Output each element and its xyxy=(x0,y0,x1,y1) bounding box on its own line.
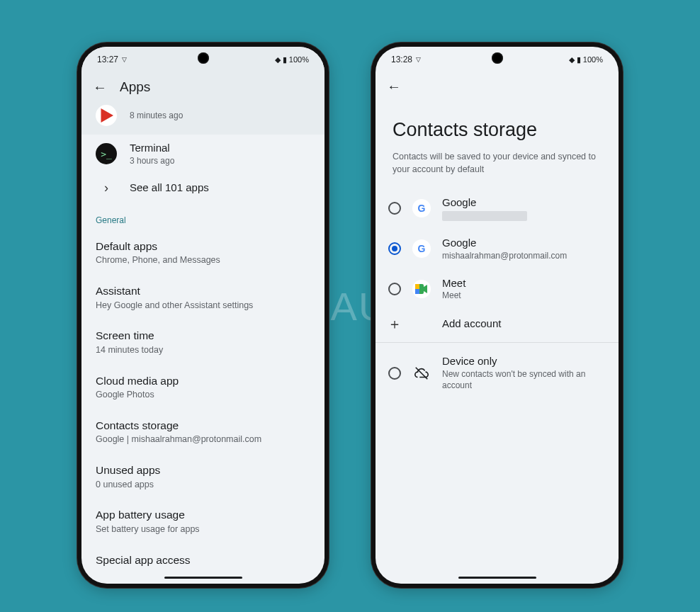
option-sub: New contacts won't be synced with an acc… xyxy=(442,368,606,391)
setting-sub: Set battery usage for apps xyxy=(96,523,310,536)
page-description: Contacts will be saved to your device an… xyxy=(376,151,619,188)
setting-sub: Chrome, Phone, and Messages xyxy=(96,254,310,266)
option-sub: mishaalrahman@protonmail.com xyxy=(442,250,567,261)
section-general: General xyxy=(81,203,324,231)
battery-percent: 100% xyxy=(583,55,603,64)
setting-contacts-storage[interactable]: Contacts storage Google | mishaalrahman@… xyxy=(81,410,324,455)
setting-sub: 14 minutes today xyxy=(96,344,310,356)
page-title: Contacts storage xyxy=(376,98,619,151)
phone-right: 13:28 ▽ ◆ ▮ 100% ← Contacts storage Cont… xyxy=(371,42,623,588)
radio-button-checked[interactable] xyxy=(388,242,401,255)
app-bar: ← Apps xyxy=(81,72,324,105)
setting-title: Default apps xyxy=(96,239,310,253)
setting-sub: Google Photos xyxy=(96,389,310,401)
redacted-email xyxy=(442,211,527,221)
setting-app-battery[interactable]: App battery usage Set battery usage for … xyxy=(81,499,324,544)
gesture-bar[interactable] xyxy=(458,577,536,579)
storage-option-google-1[interactable]: G Google xyxy=(376,188,619,229)
setting-special-access[interactable]: Special app access xyxy=(81,545,324,577)
wifi-icon: ◆ xyxy=(275,55,281,64)
battery-percent: 100% xyxy=(289,55,309,64)
app-bar: ← xyxy=(376,72,619,98)
setting-title: Assistant xyxy=(96,284,310,298)
gesture-bar[interactable] xyxy=(164,577,242,579)
setting-title: Cloud media app xyxy=(96,374,310,387)
svg-rect-1 xyxy=(415,284,419,289)
setting-title: Contacts storage xyxy=(96,419,310,432)
phone-left: 13:27 ▽ ◆ ▮ 100% ← Apps xyxy=(77,42,329,588)
option-title: Google xyxy=(442,237,567,250)
add-account-label: Add account xyxy=(442,317,501,331)
setting-default-apps[interactable]: Default apps Chrome, Phone, and Messages xyxy=(81,231,324,276)
setting-unused-apps[interactable]: Unused apps 0 unused apps xyxy=(81,455,324,499)
page-title: Apps xyxy=(120,79,150,95)
google-icon: G xyxy=(412,239,431,258)
wifi-icon: ◆ xyxy=(569,55,575,64)
storage-option-device-only[interactable]: Device only New contacts won't be synced… xyxy=(376,347,619,399)
setting-title: Unused apps xyxy=(96,463,310,477)
add-account-button[interactable]: ＋ Add account xyxy=(376,310,619,339)
radio-button[interactable] xyxy=(388,367,401,380)
meet-icon xyxy=(412,280,431,298)
camera-cutout xyxy=(492,52,503,64)
setting-title: App battery usage xyxy=(96,508,310,521)
terminal-icon: >_ xyxy=(96,143,117,164)
divider xyxy=(376,342,619,343)
option-title: Google xyxy=(442,196,527,210)
see-all-label: See all 101 apps xyxy=(130,181,209,195)
recent-app-item[interactable]: 8 minutes ago xyxy=(81,105,324,135)
chevron-right-icon: › xyxy=(96,181,117,196)
google-icon: G xyxy=(412,199,431,217)
recent-app-sub: 8 minutes ago xyxy=(130,110,183,121)
setting-assistant[interactable]: Assistant Hey Google and other Assistant… xyxy=(81,276,324,320)
vpn-icon: ▽ xyxy=(122,56,127,63)
setting-sub: 0 unused apps xyxy=(96,479,310,491)
setting-cloud-media[interactable]: Cloud media app Google Photos xyxy=(81,366,324,410)
radio-button[interactable] xyxy=(388,283,401,295)
app-icon xyxy=(96,105,117,126)
option-sub: Meet xyxy=(442,290,465,301)
battery-icon: ▮ xyxy=(283,55,287,64)
status-time: 13:28 xyxy=(391,55,412,64)
status-time: 13:27 xyxy=(97,55,118,64)
option-title: Device only xyxy=(442,355,606,368)
battery-icon: ▮ xyxy=(577,55,581,64)
recent-app-terminal[interactable]: >_ Terminal 3 hours ago xyxy=(81,135,324,174)
see-all-apps[interactable]: › See all 101 apps xyxy=(81,174,324,203)
radio-button[interactable] xyxy=(388,202,401,215)
camera-cutout xyxy=(198,52,209,64)
app-sub: 3 hours ago xyxy=(130,155,174,166)
setting-sub: Google | mishaalrahman@protonmail.com xyxy=(96,434,310,446)
back-button[interactable]: ← xyxy=(387,79,401,94)
app-title: Terminal xyxy=(130,142,174,155)
back-button[interactable]: ← xyxy=(93,80,107,94)
vpn-icon: ▽ xyxy=(416,56,421,63)
storage-option-meet[interactable]: Meet Meet xyxy=(376,269,619,310)
setting-sub: Hey Google and other Assistant settings xyxy=(96,300,310,312)
setting-title: Special app access xyxy=(96,553,310,567)
cloud-off-icon xyxy=(412,364,431,382)
storage-option-google-2[interactable]: G Google mishaalrahman@protonmail.com xyxy=(376,229,619,269)
svg-rect-2 xyxy=(415,289,419,294)
option-title: Meet xyxy=(442,277,465,290)
setting-screen-time[interactable]: Screen time 14 minutes today xyxy=(81,320,324,365)
plus-icon: ＋ xyxy=(388,317,401,330)
setting-title: Screen time xyxy=(96,329,310,342)
